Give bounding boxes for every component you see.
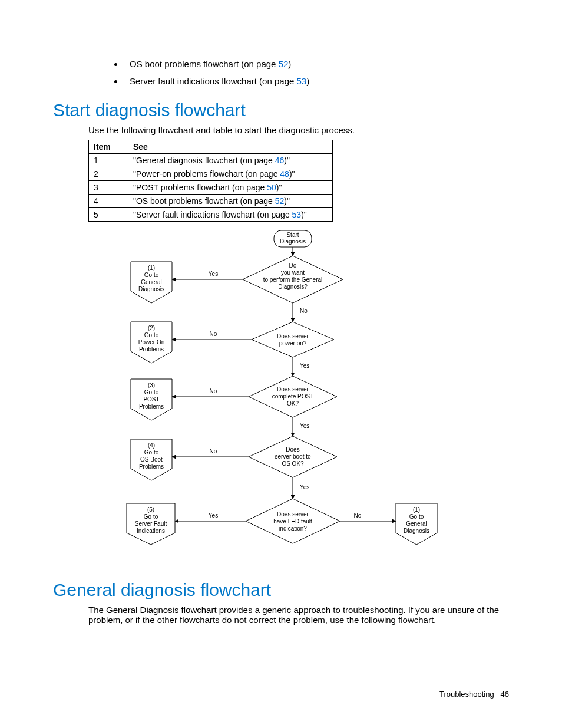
svg-text:Power On: Power On bbox=[138, 339, 164, 345]
svg-text:Go to: Go to bbox=[409, 513, 424, 520]
offpage-general-diagnosis: (1) Go to General Diagnosis bbox=[131, 262, 172, 303]
footer-label: Troubleshooting bbox=[439, 690, 494, 699]
section-heading-general-diagnosis: General diagnosis flowchart bbox=[53, 580, 509, 600]
svg-text:No: No bbox=[210, 388, 217, 394]
table-row: 5 "Server fault indications flowchart (o… bbox=[89, 208, 333, 222]
page-link[interactable]: 46 bbox=[275, 156, 285, 165]
svg-text:Diagnosis?: Diagnosis? bbox=[278, 284, 308, 290]
page-link[interactable]: 48 bbox=[280, 169, 289, 179]
svg-text:Yes: Yes bbox=[300, 484, 309, 490]
table-header-row: Item See bbox=[89, 140, 333, 154]
offpage-os-boot-problems: (4) Go to OS Boot Problems bbox=[131, 439, 172, 480]
svg-text:Go to: Go to bbox=[144, 389, 159, 396]
svg-text:Problems: Problems bbox=[139, 403, 164, 410]
svg-text:Indications: Indications bbox=[137, 528, 165, 534]
bullet-suffix: ) bbox=[288, 59, 291, 69]
svg-text:POST: POST bbox=[143, 396, 159, 403]
cell-see: "Power-on problems flowchart (on page 48… bbox=[128, 167, 333, 181]
cell-item: 1 bbox=[89, 154, 128, 167]
svg-marker-16 bbox=[252, 322, 334, 357]
page-link[interactable]: 52 bbox=[275, 196, 285, 206]
svg-text:No: No bbox=[300, 308, 308, 314]
offpage-post-problems: (3) Go to POST Problems bbox=[131, 379, 172, 420]
cell-item: 4 bbox=[89, 195, 128, 208]
bullet-list: OS boot problems flowchart (on page 52) … bbox=[100, 56, 509, 90]
svg-text:you want: you want bbox=[281, 269, 305, 276]
svg-text:Go to: Go to bbox=[144, 332, 159, 338]
svg-text:Does: Does bbox=[286, 446, 299, 453]
svg-text:Server Fault: Server Fault bbox=[135, 521, 167, 527]
page-link[interactable]: 53 bbox=[296, 76, 306, 86]
bullet-suffix: ) bbox=[306, 76, 309, 86]
bullet-item: OS boot problems flowchart (on page 52) bbox=[124, 56, 509, 73]
section-intro: Use the following flowchart and table to… bbox=[88, 125, 509, 135]
svg-text:OS Boot: OS Boot bbox=[140, 456, 163, 463]
svg-text:Diagnosis: Diagnosis bbox=[138, 286, 164, 292]
svg-text:to perform the General: to perform the General bbox=[263, 276, 323, 283]
offpage-power-on-problems: (2) Go to Power On Problems bbox=[131, 322, 172, 363]
bullet-text: Server fault indications flowchart (on p… bbox=[130, 76, 296, 86]
svg-text:Go to: Go to bbox=[144, 272, 159, 278]
svg-text:Problems: Problems bbox=[139, 346, 164, 353]
svg-text:Yes: Yes bbox=[300, 363, 309, 369]
svg-text:No: No bbox=[210, 448, 217, 454]
page-link[interactable]: 52 bbox=[279, 59, 289, 69]
svg-text:General: General bbox=[141, 279, 162, 285]
svg-text:OS OK?: OS OK? bbox=[282, 460, 304, 467]
svg-text:No: No bbox=[210, 331, 217, 337]
th-see: See bbox=[128, 140, 333, 154]
start-diagnosis-flowchart: Start Diagnosis Do you want to perform t… bbox=[104, 228, 458, 569]
offpage-general-diagnosis-right: (1) Go to General Diagnosis bbox=[396, 503, 437, 545]
page: OS boot problems flowchart (on page 52) … bbox=[0, 0, 562, 728]
svg-text:power on?: power on? bbox=[279, 340, 307, 347]
svg-text:(5): (5) bbox=[147, 506, 154, 513]
table-row: 3 "POST problems flowchart (on page 50)" bbox=[89, 181, 333, 195]
svg-text:Does server: Does server bbox=[277, 386, 309, 393]
cell-item: 3 bbox=[89, 181, 128, 195]
svg-text:Problems: Problems bbox=[139, 463, 164, 470]
th-item: Item bbox=[89, 140, 128, 154]
cell-see: "OS boot problems flowchart (on page 52)… bbox=[128, 195, 333, 208]
svg-text:Go to: Go to bbox=[144, 449, 159, 456]
section-intro: The General Diagnosis flowchart provides… bbox=[88, 605, 503, 625]
bullet-item: Server fault indications flowchart (on p… bbox=[124, 73, 509, 90]
svg-text:have LED fault: have LED fault bbox=[273, 518, 312, 525]
page-link[interactable]: 53 bbox=[292, 210, 302, 219]
start-l2: Diagnosis bbox=[280, 238, 306, 245]
svg-text:OK?: OK? bbox=[287, 400, 299, 407]
table-row: 1 "General diagnosis flowchart (on page … bbox=[89, 154, 333, 167]
reference-table: Item See 1 "General diagnosis flowchart … bbox=[88, 140, 333, 222]
svg-text:Do: Do bbox=[289, 262, 297, 269]
cell-see: "General diagnosis flowchart (on page 46… bbox=[128, 154, 333, 167]
page-footer: Troubleshooting 46 bbox=[439, 690, 509, 699]
svg-text:Go to: Go to bbox=[144, 513, 158, 520]
svg-text:(1): (1) bbox=[413, 506, 420, 513]
svg-text:Does server: Does server bbox=[277, 333, 309, 340]
table-row: 2 "Power-on problems flowchart (on page … bbox=[89, 167, 333, 181]
svg-text:Diagnosis: Diagnosis bbox=[404, 528, 429, 534]
table-row: 4 "OS boot problems flowchart (on page 5… bbox=[89, 195, 333, 208]
svg-text:(2): (2) bbox=[148, 325, 155, 331]
svg-text:Yes: Yes bbox=[209, 271, 218, 277]
svg-text:Yes: Yes bbox=[209, 512, 218, 519]
page-link[interactable]: 50 bbox=[267, 183, 276, 192]
cell-item: 2 bbox=[89, 167, 128, 181]
section-heading-start-diagnosis: Start diagnosis flowchart bbox=[53, 100, 509, 120]
footer-page: 46 bbox=[501, 690, 509, 699]
svg-text:General: General bbox=[406, 521, 427, 527]
cell-item: 5 bbox=[89, 208, 128, 222]
svg-text:Yes: Yes bbox=[300, 423, 309, 429]
bullet-text: OS boot problems flowchart (on page bbox=[130, 59, 279, 69]
svg-text:(4): (4) bbox=[148, 442, 155, 449]
svg-text:No: No bbox=[354, 512, 362, 519]
svg-text:(1): (1) bbox=[148, 265, 155, 271]
svg-text:indication?: indication? bbox=[279, 525, 307, 532]
svg-text:Does server: Does server bbox=[277, 511, 309, 518]
offpage-server-fault-indications: (5) Go to Server Fault Indications bbox=[127, 503, 175, 545]
svg-text:(3): (3) bbox=[148, 382, 155, 388]
svg-text:complete POST: complete POST bbox=[272, 393, 314, 400]
start-l1: Start bbox=[286, 232, 299, 238]
cell-see: "POST problems flowchart (on page 50)" bbox=[128, 181, 333, 195]
svg-text:server boot to: server boot to bbox=[275, 453, 311, 460]
cell-see: "Server fault indications flowchart (on … bbox=[128, 208, 333, 222]
